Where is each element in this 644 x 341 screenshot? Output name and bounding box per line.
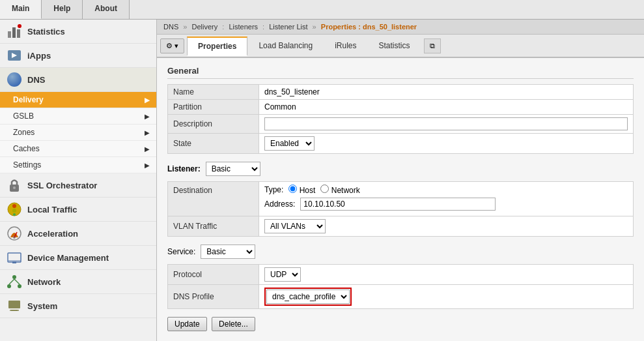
state-select[interactable]: Enabled Disabled (264, 136, 315, 151)
svg-point-11 (13, 213, 16, 216)
sidebar-item-network[interactable]: Network (0, 270, 156, 294)
breadcrumb-delivery[interactable]: Delivery (191, 23, 217, 31)
protocol-value: UDP TCP (259, 265, 634, 285)
destination-type-row: Type: Host Network (264, 185, 628, 195)
sidebar-item-dns[interactable]: DNS (0, 68, 156, 92)
tab-irules[interactable]: iRules (324, 37, 367, 55)
address-input[interactable] (300, 198, 496, 211)
breadcrumb-listener-list[interactable]: Listener List (269, 23, 307, 31)
delivery-arrow-icon: ▶ (145, 96, 150, 104)
sidebar-label-system: System (27, 301, 57, 311)
sidebar-item-local-traffic[interactable]: Local Traffic (0, 198, 156, 222)
svg-line-22 (14, 279, 20, 284)
update-button[interactable]: Update (167, 317, 207, 331)
statistics-icon (7, 23, 22, 39)
sidebar-sub-caches[interactable]: Caches ▶ (0, 141, 156, 157)
nav-about[interactable]: About (83, 0, 130, 19)
tab-external-link[interactable]: ⧉ (424, 38, 441, 53)
breadcrumb-dns[interactable]: DNS (163, 23, 178, 31)
breadcrumb: DNS » Delivery : Listeners : Listener Li… (157, 20, 644, 35)
iapps-icon (7, 48, 22, 63)
svg-rect-17 (12, 261, 16, 263)
sidebar-item-ssl[interactable]: SSL Orchestrator (0, 173, 156, 198)
system-icon (7, 298, 22, 314)
nav-help[interactable]: Help (42, 0, 83, 19)
ssl-icon (7, 177, 22, 193)
service-label: Service: (167, 247, 195, 256)
sidebar-sub-settings[interactable]: Settings ▶ (0, 157, 156, 173)
type-host-label[interactable]: Host (288, 185, 315, 195)
sidebar-item-acceleration[interactable]: Acceleration (0, 222, 156, 246)
partition-value: Common (259, 100, 634, 115)
type-network-label[interactable]: Network (320, 185, 359, 195)
breadcrumb-listeners[interactable]: Listeners (229, 23, 258, 31)
sidebar-label-dns: DNS (27, 75, 45, 85)
destination-value: Type: Host Network Address: (259, 182, 634, 216)
top-nav: Main Help About (0, 0, 644, 20)
svg-point-19 (7, 284, 11, 288)
address-label: Address: (264, 200, 295, 209)
gslb-arrow-icon: ▶ (145, 113, 150, 120)
nav-main[interactable]: Main (0, 0, 42, 19)
description-value (259, 115, 634, 134)
dns-profile-value: dns_cache_profile default (259, 285, 634, 309)
sidebar-item-iapps[interactable]: iApps (0, 44, 156, 68)
type-network-text: Network (331, 186, 360, 195)
type-label: Type: (264, 185, 283, 194)
tab-properties[interactable]: Properties (187, 37, 247, 56)
listener-type-select[interactable]: Basic Advanced (206, 162, 260, 176)
settings-arrow-icon: ▶ (145, 162, 150, 169)
sidebar-sub-zones[interactable]: Zones ▶ (0, 125, 156, 141)
network-icon (7, 274, 22, 289)
gear-button[interactable]: ⚙ ▾ (160, 38, 184, 53)
table-row: State Enabled Disabled (168, 134, 634, 154)
sidebar-item-device-management[interactable]: Device Management (0, 246, 156, 270)
acceleration-icon (7, 226, 22, 241)
table-row: DNS Profile dns_cache_profile default (168, 285, 634, 309)
dns-profile-select[interactable]: dns_cache_profile default (266, 289, 350, 304)
vlan-traffic-select[interactable]: All VLANs Enabled on Disabled on (264, 219, 326, 233)
sidebar-sub-delivery[interactable]: Delivery ▶ (0, 92, 156, 108)
breadcrumb-active: Properties : dns_50_listener (321, 23, 417, 31)
delete-button[interactable]: Delete... (212, 317, 255, 331)
svg-line-21 (9, 279, 14, 284)
state-value: Enabled Disabled (259, 134, 634, 154)
type-network-radio[interactable] (320, 185, 329, 193)
table-row: Partition Common (168, 100, 634, 115)
dns-profile-label: DNS Profile (168, 285, 259, 309)
partition-label: Partition (168, 100, 259, 115)
protocol-select[interactable]: UDP TCP (264, 267, 301, 282)
svg-point-20 (18, 284, 21, 288)
svg-point-10 (12, 209, 16, 213)
svg-point-7 (13, 186, 16, 189)
dns-icon (7, 72, 22, 87)
zones-arrow-icon: ▶ (145, 129, 150, 136)
sidebar-sub-gslb[interactable]: GSLB ▶ (0, 108, 156, 125)
sidebar-label-network: Network (27, 277, 61, 287)
tab-load-balancing[interactable]: Load Balancing (247, 37, 324, 55)
sidebar-sub-zones-label: Zones (13, 128, 35, 137)
sidebar-label-ssl: SSL Orchestrator (27, 181, 97, 190)
sidebar-label-device-management: Device Management (27, 253, 109, 263)
tab-bar: ⚙ ▾ Properties Load Balancing iRules Sta… (157, 35, 644, 58)
svg-rect-0 (8, 31, 11, 38)
description-label: Description (168, 115, 259, 134)
sidebar-item-system[interactable]: System (0, 294, 156, 318)
main-layout: Statistics iApps DNS Delivery ▶ GSL (0, 20, 644, 341)
table-row: Name dns_50_listener (168, 85, 634, 100)
vlan-traffic-value: All VLANs Enabled on Disabled on (259, 216, 634, 237)
type-host-radio[interactable] (288, 185, 297, 193)
service-type-select[interactable]: Basic Advanced (201, 245, 255, 259)
sidebar-label-local-traffic: Local Traffic (27, 205, 77, 215)
sidebar-sub-delivery-label: Delivery (13, 95, 44, 104)
destination-label: Destination (168, 182, 259, 216)
tab-statistics[interactable]: Statistics (368, 37, 421, 55)
protocol-label: Protocol (168, 265, 259, 285)
listener-label: Listener: (167, 164, 201, 173)
description-input[interactable] (264, 117, 628, 130)
svg-point-9 (12, 204, 16, 208)
form-area: General Name dns_50_listener Partition C… (157, 58, 644, 341)
table-row: VLAN Traffic All VLANs Enabled on Disabl… (168, 216, 634, 237)
sidebar-item-statistics[interactable]: Statistics (0, 20, 156, 44)
breadcrumb-sep3: : (262, 23, 266, 31)
